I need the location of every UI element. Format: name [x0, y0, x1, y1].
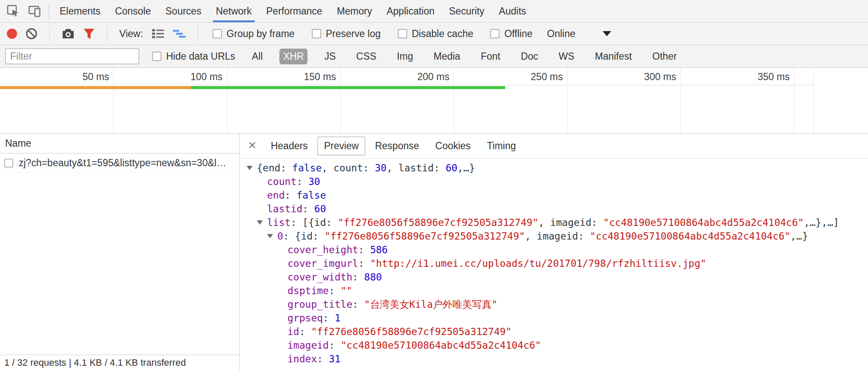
main-tab-audits[interactable]: Audits: [491, 0, 533, 22]
toggle-preserve-log[interactable]: Preserve log: [312, 28, 381, 40]
checkbox-icon[interactable]: [398, 29, 407, 38]
expand-arrow-icon[interactable]: [247, 166, 253, 170]
divider: [107, 26, 107, 41]
tick-label: 200 ms: [417, 71, 449, 83]
preview-tree-line[interactable]: list: [{id: "ff276e8056f58896e7cf92505a3…: [240, 216, 868, 229]
main-tab-memory[interactable]: Memory: [330, 0, 379, 22]
expand-arrow-icon[interactable]: [257, 220, 263, 225]
capture-screenshots-icon[interactable]: [62, 28, 75, 39]
preview-tree-line[interactable]: 0: {id: "ff276e8056f58896e7cf92505a31274…: [240, 229, 868, 243]
tick-label: 350 ms: [758, 71, 790, 83]
json-key: cover_width: [287, 272, 352, 283]
main-tab-bar-row: ElementsConsoleSourcesNetworkPerformance…: [0, 0, 868, 23]
filter-type-all[interactable]: All: [248, 49, 267, 64]
json-text: :: [323, 312, 335, 324]
json-text: : [{id:: [290, 217, 338, 228]
name-column-header[interactable]: Name: [0, 134, 239, 153]
main-tab-elements[interactable]: Elements: [52, 0, 108, 22]
checkbox-icon[interactable]: [312, 29, 321, 38]
detail-tab-timing[interactable]: Timing: [480, 136, 523, 156]
preview-tree-line[interactable]: imageid: "cc48190e57100864abc4d55a2c4104…: [240, 338, 868, 352]
checkbox-icon[interactable]: [152, 52, 161, 61]
main-tab-console[interactable]: Console: [108, 0, 158, 22]
list-view-icon[interactable]: [152, 29, 164, 39]
filter-type-img[interactable]: Img: [393, 49, 417, 64]
json-text: :: [358, 244, 370, 255]
grid-line: [113, 68, 114, 133]
clear-icon[interactable]: [26, 28, 37, 40]
json-text: : {id:: [283, 231, 325, 242]
json-text: :: [302, 203, 314, 214]
request-row[interactable]: zj?ch=beauty&t1=595&listtype=new&sn=30&l…: [0, 153, 239, 173]
throttling-value[interactable]: Online: [547, 28, 575, 40]
json-key: cover_imgurl: [287, 258, 358, 269]
preview-tree-line[interactable]: end: false: [240, 188, 868, 202]
device-toolbar-icon[interactable]: [28, 5, 41, 17]
toolbar-checkboxes: Group by framePreserve logDisable cacheO…: [213, 28, 532, 40]
preview-tree-line[interactable]: lastid: 60: [240, 202, 868, 216]
record-icon[interactable]: [7, 29, 17, 39]
json-value-string: "台湾美女Kila户外唯美写真": [364, 299, 497, 310]
filter-type-js[interactable]: JS: [320, 49, 339, 64]
main-tab-sources[interactable]: Sources: [158, 0, 208, 22]
preview-tree-line[interactable]: grpseq: 1: [240, 311, 868, 325]
filter-type-xhr[interactable]: XHR: [279, 49, 308, 64]
json-value-string: "": [341, 285, 353, 296]
main-tab-application[interactable]: Application: [379, 0, 442, 22]
filter-type-media[interactable]: Media: [430, 49, 464, 64]
throttling-caret-icon[interactable]: [603, 31, 611, 36]
json-value-boolean: false: [296, 190, 326, 201]
inspect-element-icon[interactable]: [7, 5, 20, 17]
filter-type-css[interactable]: CSS: [352, 49, 380, 64]
json-value-string: "ff276e8056f58896e7cf92505a312749": [338, 217, 538, 228]
preview-tree-line[interactable]: {end: false, count: 30, lastid: 60,…}: [240, 161, 868, 175]
preview-tree-line[interactable]: id: "ff276e8056f58896e7cf92505a312749": [240, 325, 868, 338]
grid-line: [227, 68, 227, 133]
json-text: :: [285, 190, 297, 201]
grid-line: [794, 68, 794, 133]
detail-tab-response[interactable]: Response: [368, 136, 426, 156]
main-tab-network[interactable]: Network: [209, 0, 259, 22]
overview-toggle-icon[interactable]: [173, 29, 186, 39]
preview-tree-line[interactable]: group_title: "台湾美女Kila户外唯美写真": [240, 298, 868, 311]
preview-tree-line[interactable]: cover_width: 880: [240, 270, 868, 284]
json-value-number: 30: [375, 162, 387, 173]
preview-tree-line[interactable]: cover_height: 586: [240, 243, 868, 257]
filter-type-ws[interactable]: WS: [555, 49, 578, 64]
tabbar-icons: [0, 0, 45, 22]
detail-tab-headers[interactable]: Headers: [264, 136, 315, 156]
detail-tab-preview[interactable]: Preview: [317, 136, 366, 156]
hide-data-urls-toggle[interactable]: Hide data URLs: [152, 51, 235, 62]
main-tab-security[interactable]: Security: [442, 0, 491, 22]
checkbox-icon[interactable]: [490, 29, 500, 38]
preview-tree-line[interactable]: index: 31: [240, 352, 868, 366]
filter-input[interactable]: [5, 48, 139, 64]
network-overview[interactable]: 50 ms100 ms150 ms200 ms250 ms300 ms350 m…: [0, 68, 868, 134]
json-value-number: 31: [329, 353, 341, 364]
toggle-offline[interactable]: Offline: [490, 28, 532, 40]
view-label: View:: [119, 28, 143, 40]
overview-bar: [191, 86, 505, 89]
json-text: , imageid:: [525, 231, 590, 242]
filter-type-manifest[interactable]: Manifest: [591, 49, 636, 64]
toggle-group-by-frame[interactable]: Group by frame: [213, 28, 295, 40]
expand-arrow-icon[interactable]: [267, 234, 273, 238]
preview-tree-line[interactable]: count: 30: [240, 175, 868, 188]
json-key: end: [267, 190, 285, 201]
json-text: , count:: [322, 162, 375, 173]
main-tab-performance[interactable]: Performance: [259, 0, 330, 22]
toggle-disable-cache[interactable]: Disable cache: [398, 28, 473, 40]
filter-type-other[interactable]: Other: [649, 49, 681, 64]
summary-bar: 1 / 32 requests | 4.1 KB / 4.1 KB transf…: [0, 355, 239, 370]
preview-tree-line[interactable]: dsptime: "": [240, 284, 868, 298]
json-text: :: [352, 272, 364, 283]
filter-type-font[interactable]: Font: [477, 49, 504, 64]
detail-tab-cookies[interactable]: Cookies: [428, 136, 477, 156]
close-icon[interactable]: ×: [243, 137, 262, 155]
filter-type-doc[interactable]: Doc: [517, 49, 542, 64]
filter-icon[interactable]: [83, 28, 95, 39]
checkbox-icon[interactable]: [213, 29, 222, 38]
preview-tree-line[interactable]: cover_imgurl: "http://i1.umei.cc/uploads…: [240, 257, 868, 270]
json-value-number: 880: [364, 272, 382, 283]
json-value-string: "ff276e8056f58896e7cf92505a312749": [311, 326, 512, 337]
